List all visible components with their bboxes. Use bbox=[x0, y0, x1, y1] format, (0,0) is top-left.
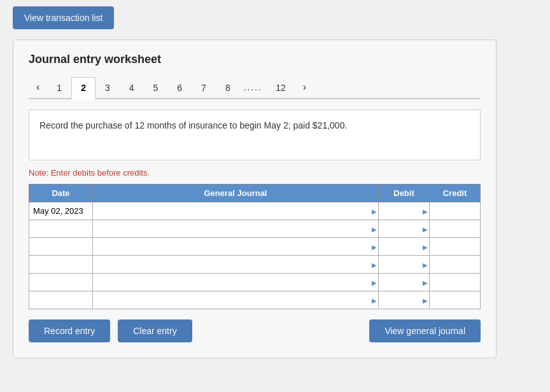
debit-cell-1[interactable]: ▶ bbox=[379, 220, 430, 238]
clear-entry-button[interactable]: Clear entry bbox=[118, 319, 192, 342]
credit-input-3[interactable] bbox=[430, 256, 480, 273]
table-row: ▶▶ bbox=[29, 256, 481, 274]
journal-cell-2[interactable]: ▶ bbox=[93, 238, 379, 256]
worksheet-title: Journal entry worksheet bbox=[29, 53, 481, 66]
col-header-date: Date bbox=[29, 185, 93, 202]
journal-cell-0[interactable]: ▶ bbox=[93, 202, 379, 220]
prev-page-button[interactable]: ‹ bbox=[29, 76, 47, 98]
date-cell-4[interactable] bbox=[29, 274, 93, 291]
instruction-text: Record the purchase of 12 months of insu… bbox=[39, 120, 347, 130]
col-header-credit: Credit bbox=[430, 185, 481, 202]
journal-arrow-1: ▶ bbox=[372, 225, 377, 232]
debit-input-2[interactable] bbox=[379, 238, 429, 255]
page-6[interactable]: 6 bbox=[167, 77, 192, 98]
journal-input-5[interactable] bbox=[93, 291, 378, 309]
debit-arrow-0: ▶ bbox=[423, 207, 428, 214]
journal-table: Date General Journal Debit Credit ▶▶▶▶▶▶… bbox=[29, 184, 481, 309]
table-row: ▶▶ bbox=[29, 274, 481, 291]
debit-arrow-5: ▶ bbox=[423, 297, 428, 304]
page-7[interactable]: 7 bbox=[192, 77, 216, 98]
table-row: ▶▶ bbox=[29, 220, 481, 238]
debit-cell-5[interactable]: ▶ bbox=[379, 291, 430, 309]
worksheet-card: Journal entry worksheet ‹ 1 2 3 4 5 6 7 … bbox=[13, 39, 497, 358]
date-cell-3[interactable] bbox=[29, 256, 93, 274]
instruction-box: Record the purchase of 12 months of insu… bbox=[29, 109, 481, 160]
credit-input-2[interactable] bbox=[430, 238, 480, 255]
journal-cell-1[interactable]: ▶ bbox=[93, 220, 379, 238]
journal-cell-4[interactable]: ▶ bbox=[93, 274, 379, 291]
debit-cell-0[interactable]: ▶ bbox=[379, 202, 430, 220]
credit-cell-3[interactable] bbox=[430, 256, 481, 274]
journal-arrow-0: ▶ bbox=[372, 207, 377, 214]
page-3[interactable]: 3 bbox=[95, 77, 120, 98]
journal-input-3[interactable] bbox=[93, 256, 378, 273]
record-entry-button[interactable]: Record entry bbox=[29, 319, 110, 342]
view-general-journal-button[interactable]: View general journal bbox=[369, 319, 481, 342]
col-header-debit: Debit bbox=[379, 185, 430, 202]
page-2[interactable]: 2 bbox=[71, 77, 95, 99]
date-cell-5[interactable] bbox=[29, 291, 93, 309]
action-buttons: Record entry Clear entry View general jo… bbox=[29, 319, 481, 342]
date-input-2[interactable] bbox=[29, 238, 92, 255]
date-cell-2[interactable] bbox=[29, 238, 93, 256]
debit-input-1[interactable] bbox=[379, 220, 429, 237]
credit-input-5[interactable] bbox=[430, 291, 480, 309]
credit-input-1[interactable] bbox=[430, 220, 480, 237]
debit-arrow-1: ▶ bbox=[423, 225, 428, 232]
note-text: Note: Enter debits before credits. bbox=[29, 168, 481, 178]
page-8[interactable]: 8 bbox=[216, 77, 240, 98]
date-cell-0[interactable] bbox=[29, 202, 93, 220]
pagination: ‹ 1 2 3 4 5 6 7 8 ..... 12 › bbox=[29, 76, 481, 99]
credit-cell-1[interactable] bbox=[430, 220, 481, 238]
table-row: ▶▶ bbox=[29, 238, 481, 256]
credit-input-0[interactable] bbox=[430, 202, 480, 220]
date-input-5[interactable] bbox=[29, 291, 92, 309]
journal-cell-5[interactable]: ▶ bbox=[93, 291, 379, 309]
next-page-button[interactable]: › bbox=[295, 76, 314, 98]
page-12[interactable]: 12 bbox=[266, 77, 295, 98]
date-input-1[interactable] bbox=[29, 220, 92, 237]
date-input-0[interactable] bbox=[29, 202, 92, 220]
credit-cell-4[interactable] bbox=[430, 274, 481, 291]
journal-arrow-3: ▶ bbox=[372, 261, 377, 268]
page-4[interactable]: 4 bbox=[120, 77, 144, 98]
debit-arrow-4: ▶ bbox=[423, 279, 428, 286]
journal-arrow-4: ▶ bbox=[372, 279, 377, 286]
journal-cell-3[interactable]: ▶ bbox=[93, 256, 379, 274]
credit-input-4[interactable] bbox=[430, 274, 480, 291]
credit-cell-0[interactable] bbox=[430, 202, 481, 220]
date-input-3[interactable] bbox=[29, 256, 92, 273]
journal-input-1[interactable] bbox=[93, 220, 378, 237]
debit-input-0[interactable] bbox=[379, 202, 429, 220]
journal-input-4[interactable] bbox=[93, 274, 378, 291]
journal-input-2[interactable] bbox=[93, 238, 378, 255]
credit-cell-5[interactable] bbox=[430, 291, 481, 309]
table-row: ▶▶ bbox=[29, 202, 481, 220]
col-header-journal: General Journal bbox=[93, 185, 379, 202]
debit-arrow-3: ▶ bbox=[423, 261, 428, 268]
debit-cell-4[interactable]: ▶ bbox=[379, 274, 430, 291]
table-row: ▶▶ bbox=[29, 291, 481, 309]
journal-input-0[interactable] bbox=[93, 202, 378, 220]
debit-input-5[interactable] bbox=[379, 291, 429, 309]
debit-arrow-2: ▶ bbox=[423, 243, 428, 250]
journal-arrow-5: ▶ bbox=[372, 297, 377, 304]
debit-input-4[interactable] bbox=[379, 274, 429, 291]
date-cell-1[interactable] bbox=[29, 220, 93, 238]
debit-cell-2[interactable]: ▶ bbox=[379, 238, 430, 256]
date-input-4[interactable] bbox=[29, 274, 92, 291]
page-ellipsis: ..... bbox=[240, 77, 266, 97]
credit-cell-2[interactable] bbox=[430, 238, 481, 256]
page-5[interactable]: 5 bbox=[144, 77, 168, 98]
journal-arrow-2: ▶ bbox=[372, 243, 377, 250]
debit-cell-3[interactable]: ▶ bbox=[379, 256, 430, 274]
debit-input-3[interactable] bbox=[379, 256, 429, 273]
page-1[interactable]: 1 bbox=[47, 77, 71, 98]
view-transaction-list-button[interactable]: View transaction list bbox=[13, 6, 114, 29]
